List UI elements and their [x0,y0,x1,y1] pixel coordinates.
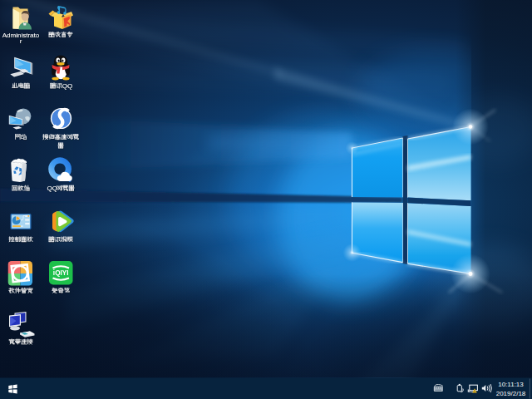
svg-text:QQ: QQ [47,185,57,192]
svg-text:2019/2/18: 2019/2/18 [496,390,526,397]
svg-text:r: r [20,37,22,45]
svg-text:iQIYI: iQIYI [53,269,69,277]
svg-text:QQ: QQ [62,82,72,90]
svg-text:10:11:13: 10:11:13 [498,381,524,388]
